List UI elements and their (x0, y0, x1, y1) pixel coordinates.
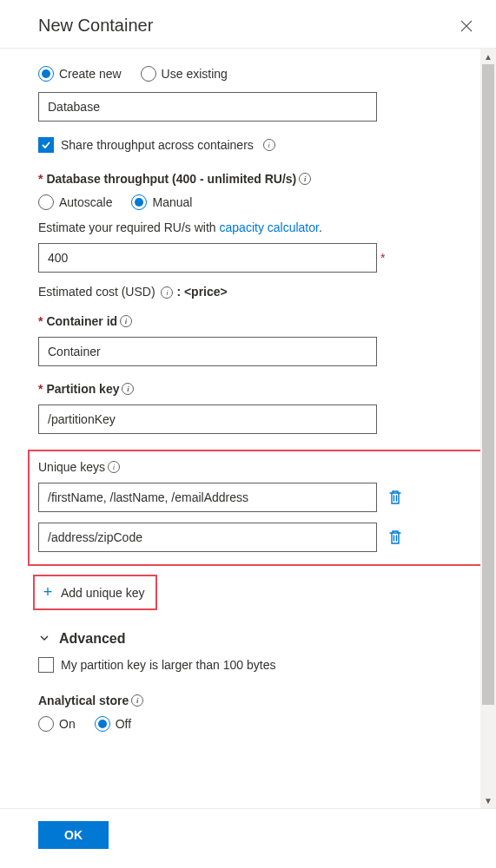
scrollbar[interactable]: ▲ ▼ (480, 49, 496, 808)
panel-title: New Container (38, 16, 153, 36)
estimate-suffix: . (319, 220, 322, 234)
unique-key-row (38, 523, 473, 552)
partition-key-label-row: * Partition key i (38, 382, 458, 396)
unique-key-input[interactable] (38, 483, 377, 512)
share-throughput-row: Share throughput across containers i (38, 137, 458, 153)
create-new-radio[interactable]: Create new (38, 66, 122, 82)
larger-partition-checkbox[interactable] (38, 657, 54, 673)
throughput-label: Database throughput (400 - unlimited RU/… (46, 172, 296, 186)
required-marker: * (38, 382, 43, 396)
partition-key-label: Partition key (46, 382, 119, 396)
radio-icon (38, 194, 54, 210)
advanced-toggle[interactable]: Advanced (38, 631, 458, 647)
share-throughput-label: Share throughput across containers (61, 138, 254, 152)
checkmark-icon (41, 140, 51, 150)
advanced-label: Advanced (59, 631, 125, 647)
unique-keys-label: Unique keys (38, 460, 105, 474)
larger-partition-row: My partition key is larger than 100 byte… (38, 657, 458, 673)
panel-footer: OK (0, 808, 496, 868)
analytical-on-radio[interactable]: On (38, 716, 76, 732)
form-content: Create new Use existing Share throughput… (0, 49, 496, 808)
scroll-thumb[interactable] (482, 64, 494, 705)
autoscale-label: Autoscale (59, 195, 112, 209)
info-icon[interactable]: i (122, 383, 134, 395)
scroll-up-button[interactable]: ▲ (480, 49, 496, 64)
use-existing-radio[interactable]: Use existing (141, 66, 228, 82)
trash-icon (388, 529, 402, 545)
radio-icon (38, 716, 54, 732)
throughput-label-row: * Database throughput (400 - unlimited R… (38, 172, 458, 186)
analytical-off-label: Off (116, 717, 131, 731)
cost-line: Estimated cost (USD) i : <price> (38, 285, 458, 299)
use-existing-label: Use existing (162, 67, 228, 81)
info-icon[interactable]: i (120, 315, 132, 327)
throughput-input[interactable] (38, 243, 377, 273)
ok-button[interactable]: OK (38, 821, 109, 849)
share-throughput-checkbox[interactable] (38, 137, 54, 153)
analytical-on-label: On (59, 717, 76, 731)
cost-prefix: Estimated cost (USD) (38, 285, 158, 299)
required-marker: * (38, 314, 43, 328)
info-icon[interactable]: i (131, 694, 143, 707)
larger-partition-label: My partition key is larger than 100 byte… (61, 658, 275, 672)
manual-label: Manual (152, 195, 192, 209)
analytical-label-row: Analytical store i (38, 694, 458, 707)
trash-icon (388, 490, 402, 505)
analytical-label: Analytical store (38, 694, 129, 707)
unique-key-row (38, 483, 473, 512)
capacity-calculator-link[interactable]: capacity calculator (220, 220, 319, 234)
container-id-label-row: * Container id i (38, 314, 458, 328)
partition-key-input[interactable] (38, 404, 377, 434)
add-unique-key-label: Add unique key (61, 586, 145, 600)
radio-icon (38, 66, 54, 82)
manual-radio[interactable]: Manual (131, 194, 192, 210)
required-marker: * (380, 251, 385, 265)
required-marker: * (38, 172, 43, 186)
container-id-label: Container id (46, 314, 117, 328)
scroll-track[interactable] (480, 64, 496, 792)
close-button[interactable] (458, 17, 475, 35)
delete-unique-key-button[interactable] (386, 529, 405, 545)
info-icon[interactable]: i (263, 139, 275, 151)
panel-header: New Container (0, 0, 496, 49)
database-mode-radiogroup: Create new Use existing (38, 66, 458, 82)
cost-value: : <price> (176, 285, 227, 299)
analytical-off-radio[interactable]: Off (95, 716, 131, 732)
estimate-prefix: Estimate your required RU/s with (38, 220, 220, 234)
scroll-down-button[interactable]: ▼ (480, 792, 496, 808)
radio-icon (95, 716, 110, 732)
unique-keys-highlight-box: Unique keys i (28, 450, 484, 566)
info-icon[interactable]: i (161, 286, 173, 299)
radio-icon (141, 66, 156, 82)
info-icon[interactable]: i (299, 173, 311, 185)
container-id-input[interactable] (38, 337, 377, 366)
unique-keys-label-row: Unique keys i (38, 460, 473, 474)
add-unique-key-button[interactable]: + Add unique key (36, 580, 149, 605)
radio-icon (131, 194, 147, 210)
autoscale-radio[interactable]: Autoscale (38, 194, 112, 210)
estimate-line: Estimate your required RU/s with capacit… (38, 220, 458, 234)
database-name-input[interactable] (38, 92, 377, 122)
close-icon (460, 20, 473, 32)
add-unique-key-highlight-box: + Add unique key (33, 575, 157, 610)
unique-key-input[interactable] (38, 523, 377, 552)
chevron-down-icon (38, 632, 50, 647)
create-new-label: Create new (59, 67, 122, 81)
plus-icon: + (40, 583, 56, 602)
delete-unique-key-button[interactable] (386, 490, 405, 505)
info-icon[interactable]: i (108, 461, 120, 473)
